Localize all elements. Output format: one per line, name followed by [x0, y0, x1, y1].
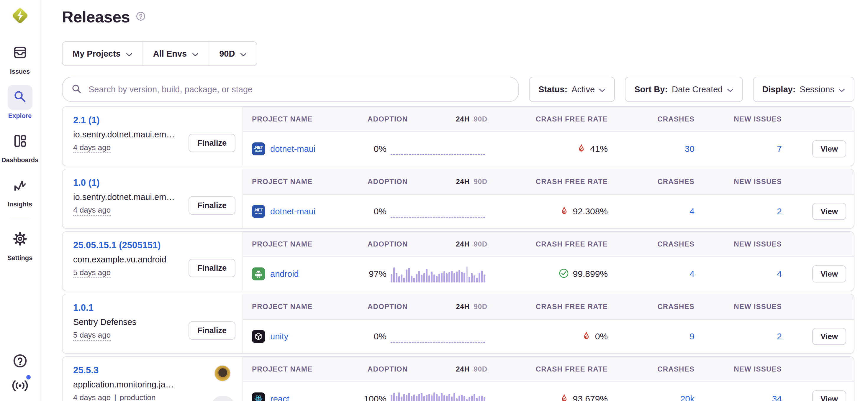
table-row: android 97% 99.899% 4 4 View: [243, 257, 854, 291]
adoption-chart: [391, 140, 486, 158]
column-adoption: Adoption: [368, 115, 408, 123]
chevron-down-icon: [126, 49, 132, 59]
view-button[interactable]: View: [812, 328, 846, 345]
finalize-button[interactable]: Finalize: [189, 322, 236, 340]
help-menu-button[interactable]: [12, 353, 28, 370]
release-info-panel: 25.5.3 application.monitoring.ja… 4 days…: [63, 357, 243, 401]
release-age: 4 days ago: [73, 143, 111, 152]
view-button[interactable]: View: [812, 265, 846, 282]
sidebar-item-explore[interactable]: Explore: [8, 85, 32, 120]
environment-filter-label: All Envs: [153, 49, 187, 59]
adoption-chart: [391, 265, 486, 282]
project-link[interactable]: dotnet-maui: [270, 207, 315, 216]
sentry-logo[interactable]: [11, 6, 29, 25]
projects-filter-dropdown[interactable]: My Projects: [63, 42, 143, 65]
table-row: unity 0% 0% 9 2 View: [243, 320, 854, 353]
range-toggle-90d[interactable]: 90D: [474, 177, 487, 186]
sidebar-item-issues[interactable]: Issues: [8, 41, 32, 75]
range-toggle-90d[interactable]: 90D: [474, 365, 487, 373]
finalize-button[interactable]: Finalize: [189, 134, 236, 152]
new-issues-count-link[interactable]: 4: [777, 269, 782, 279]
release-list: 2.1 (1) io.sentry.dotnet.maui.em… 4 days…: [62, 106, 855, 401]
release-card: 2.1 (1) io.sentry.dotnet.maui.em… 4 days…: [62, 106, 855, 166]
page-filter-bar: My Projects All Envs 90D: [62, 41, 257, 66]
help-icon: [12, 353, 28, 370]
project-link[interactable]: unity: [270, 332, 288, 341]
range-toggle-24h[interactable]: 24H: [456, 303, 469, 311]
release-project-table: Project Name Adoption 24H 90D Crash Free…: [243, 232, 854, 291]
date-range-filter-dropdown[interactable]: 90D: [209, 42, 257, 65]
new-issues-count-link[interactable]: 7: [777, 144, 782, 154]
display-dropdown[interactable]: Display: Sessions: [753, 77, 855, 102]
sidebar-item-label: Issues: [10, 68, 30, 75]
release-version-link[interactable]: 25.05.15.1 (2505151): [73, 240, 160, 250]
range-toggle-24h[interactable]: 24H: [456, 365, 469, 373]
environment-filter-dropdown[interactable]: All Envs: [143, 42, 209, 65]
sidebar-item-label: Dashboards: [1, 156, 38, 164]
range-toggle-24h[interactable]: 24H: [456, 177, 469, 186]
sidebar-item-insights[interactable]: Insights: [8, 173, 32, 208]
project-platform-icon: [252, 330, 265, 343]
column-adoption: Adoption: [368, 365, 408, 373]
finalize-button[interactable]: Finalize: [189, 196, 236, 215]
crashes-count-link[interactable]: 20k: [680, 394, 694, 401]
column-crashes: Crashes: [615, 115, 702, 123]
help-circle-icon[interactable]: [136, 11, 146, 23]
new-issues-count-link[interactable]: 2: [777, 331, 782, 341]
crash-free-status-icon: [577, 143, 586, 154]
range-toggle-90d[interactable]: 90D: [474, 303, 487, 311]
crashes-count-link[interactable]: 9: [689, 331, 694, 341]
release-version-link[interactable]: 25.5.3: [73, 365, 98, 376]
release-package: com.example.vu.android: [73, 255, 203, 265]
view-button[interactable]: View: [812, 203, 846, 220]
range-toggle-24h[interactable]: 24H: [456, 115, 469, 123]
column-crash-free-rate: Crash Free Rate: [503, 303, 615, 311]
sidebar: Issues Explore Dashboards: [0, 0, 40, 401]
sort-by-dropdown[interactable]: Sort By: Date Created: [625, 77, 743, 102]
search-icon: [71, 84, 82, 95]
column-crashes: Crashes: [615, 177, 702, 186]
chevron-down-icon: [240, 49, 247, 59]
release-version-link[interactable]: 2.1 (1): [73, 115, 100, 126]
chevron-down-icon: [727, 85, 734, 94]
project-link[interactable]: android: [270, 269, 299, 279]
crash-free-status-icon: [559, 268, 569, 279]
range-toggle-90d[interactable]: 90D: [474, 240, 487, 248]
release-version-link[interactable]: 1.0.1: [73, 303, 94, 313]
crash-free-value: 92.308%: [573, 206, 608, 216]
view-button[interactable]: View: [812, 140, 846, 158]
view-button[interactable]: View: [812, 390, 846, 401]
display-dropdown-value: Sessions: [800, 85, 834, 94]
finalize-button[interactable]: Finalize: [189, 259, 236, 277]
new-issues-count-link[interactable]: 34: [772, 394, 782, 401]
whats-new-button[interactable]: [12, 378, 28, 395]
table-header: Project Name Adoption 24H 90D Crash Free…: [243, 107, 854, 132]
range-toggle-24h[interactable]: 24H: [456, 240, 469, 248]
chevron-down-icon: [838, 85, 845, 94]
project-link[interactable]: react: [270, 394, 289, 401]
column-crash-free-rate: Crash Free Rate: [503, 177, 615, 186]
new-issues-count-link[interactable]: 2: [777, 206, 782, 216]
release-info-panel: 25.05.15.1 (2505151) com.example.vu.andr…: [63, 232, 243, 291]
release-info-panel: 1.0 (1) io.sentry.dotnet.maui.em… 4 days…: [63, 169, 243, 228]
sidebar-item-settings[interactable]: Settings: [7, 227, 32, 262]
status-dropdown-label: Status:: [538, 85, 567, 94]
column-new-issues: New Issues: [702, 115, 789, 123]
range-toggle-90d[interactable]: 90D: [474, 115, 487, 123]
release-version-link[interactable]: 1.0 (1): [73, 177, 100, 188]
release-project-table: Project Name Adoption 24H 90D Crash Free…: [243, 107, 854, 166]
release-card: 25.05.15.1 (2505151) com.example.vu.andr…: [62, 231, 855, 291]
chevron-down-icon: [192, 49, 198, 59]
sidebar-item-dashboards[interactable]: Dashboards: [1, 129, 38, 164]
search-box[interactable]: [62, 77, 519, 102]
crashes-count-link[interactable]: 30: [685, 144, 694, 154]
column-adoption: Adoption: [368, 303, 408, 311]
crashes-count-link[interactable]: 4: [689, 206, 694, 216]
crashes-count-link[interactable]: 4: [689, 269, 694, 279]
sidebar-item-label: Insights: [8, 201, 32, 208]
release-project-table: Project Name Adoption 24H 90D Crash Free…: [243, 357, 854, 401]
adoption-value: 0%: [358, 206, 386, 216]
search-input[interactable]: [88, 84, 509, 95]
status-dropdown[interactable]: Status: Active: [529, 77, 615, 102]
project-link[interactable]: dotnet-maui: [270, 144, 315, 154]
